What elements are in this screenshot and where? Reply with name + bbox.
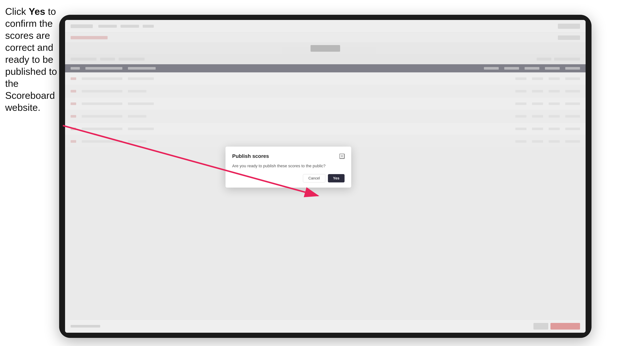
modal-close-button[interactable]: × xyxy=(340,154,344,159)
instruction-part1: Click xyxy=(5,6,29,17)
modal-overlay: Publish scores × Are you ready to publis… xyxy=(65,20,586,333)
publish-scores-modal: Publish scores × Are you ready to publis… xyxy=(226,147,351,187)
modal-title: Publish scores xyxy=(232,153,269,159)
app-background: Publish scores × Are you ready to publis… xyxy=(65,20,586,333)
instruction-text: Click Yes to confirm the scores are corr… xyxy=(5,5,59,114)
instruction-part2: to confirm the scores are correct and re… xyxy=(5,6,57,113)
instruction-bold: Yes xyxy=(29,6,45,17)
modal-footer: Cancel Yes xyxy=(232,174,344,182)
modal-header: Publish scores × xyxy=(232,153,344,159)
tablet-screen: Publish scores × Are you ready to publis… xyxy=(65,20,586,333)
modal-yes-button[interactable]: Yes xyxy=(328,174,344,182)
tablet-device: Publish scores × Are you ready to publis… xyxy=(59,15,592,338)
modal-body-text: Are you ready to publish these scores to… xyxy=(232,163,344,169)
modal-cancel-button[interactable]: Cancel xyxy=(303,174,325,182)
